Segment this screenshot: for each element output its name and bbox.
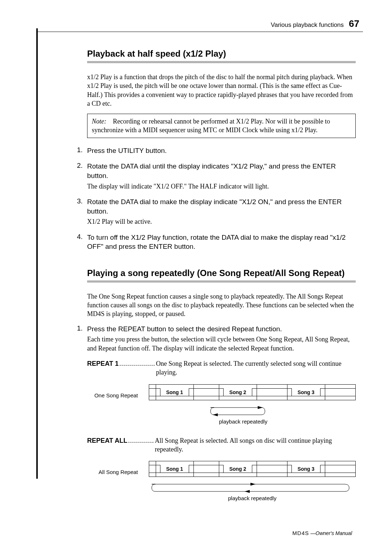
step-sub: Each time you press the button, the sele…	[87, 335, 356, 353]
tick	[257, 385, 257, 400]
step-sub: The display will indicate "X1/2 OFF." Th…	[87, 182, 356, 191]
step-2: Rotate the DATA dial until the display i…	[77, 162, 356, 191]
page-container: Various playback functions 67 Playback a…	[36, 18, 363, 513]
diagram-side-label: One Song Repeat	[87, 384, 149, 398]
step-head: Press the UTILITY button.	[87, 146, 167, 155]
step-1: Press the UTILITY button.	[77, 146, 356, 155]
svg-marker-0	[258, 406, 263, 409]
product-logo: MD4S	[293, 530, 309, 536]
tick	[257, 461, 257, 477]
tick	[325, 385, 325, 400]
song-block: Song 1	[160, 465, 189, 473]
def-desc: All Song Repeat is selected. All songs o…	[155, 436, 356, 454]
song-block: Song 3	[291, 465, 320, 473]
section-title-half-speed: Playback at half speed (x1/2 Play)	[87, 49, 356, 59]
tick	[219, 461, 219, 477]
svg-marker-3	[245, 490, 250, 493]
running-header: Various playback functions 67	[36, 18, 363, 29]
step-3: Rotate the DATA dial to make the display…	[77, 197, 356, 226]
tick	[219, 385, 219, 400]
loop-arrow-icon	[149, 481, 352, 496]
tick	[287, 385, 287, 400]
diagram-side-label: All Song Repeat	[87, 461, 149, 475]
svg-marker-1	[213, 413, 218, 416]
track: Song 1 Song 2 Song 3	[149, 384, 356, 400]
step-4: To turn off the X1/2 Play function, rota…	[77, 233, 356, 251]
def-label: REPEAT 1	[87, 359, 119, 377]
step-head: Rotate the DATA dial to make the display…	[87, 197, 356, 216]
page-footer: MD4S —Owner's Manual	[293, 530, 352, 536]
section1-steps: Press the UTILITY button. Rotate the DAT…	[77, 146, 356, 251]
def-desc: One Song Repeat is selected. The current…	[156, 359, 356, 377]
loop-caption: playback repeatedly	[149, 495, 356, 501]
tick	[156, 385, 156, 400]
def-dots: .............	[127, 436, 155, 454]
diagram-body: Song 1 Song 2 Song 3 playback repeatedly	[149, 384, 356, 425]
running-head-text: Various playback functions	[271, 21, 344, 29]
definition-repeat-1: REPEAT 1 .................. One Song Rep…	[87, 359, 356, 377]
loop-arrow-icon	[149, 405, 341, 419]
page-number: 67	[349, 18, 359, 29]
section2-steps: Press the REPEAT button to select the de…	[77, 324, 356, 353]
definition-repeat-all: REPEAT ALL ............. All Song Repeat…	[87, 436, 356, 454]
tick	[193, 385, 194, 400]
diagram-all-song-repeat: All Song Repeat Song 1 Song 2 Song 3	[87, 461, 356, 501]
svg-marker-2	[250, 483, 256, 486]
loop-caption: playback repeatedly	[131, 418, 356, 425]
track: Song 1 Song 2 Song 3	[149, 461, 356, 477]
header-rule	[36, 32, 363, 32]
tick	[156, 461, 156, 477]
step-head: Rotate the DATA dial until the display i…	[87, 162, 356, 180]
def-dots: ..................	[119, 359, 156, 377]
section1-intro: x1/2 Play is a function that drops the p…	[87, 73, 356, 108]
tick	[193, 461, 194, 477]
tick	[325, 461, 325, 477]
diagram-body: Song 1 Song 2 Song 3 playback repeatedly	[149, 461, 356, 501]
tick	[287, 461, 287, 477]
section2-intro: The One Song Repeat function causes a si…	[87, 292, 356, 319]
note-box: Note: Recording or rehearsal cannot be p…	[87, 114, 356, 138]
note-body: Recording or rehearsal cannot be perform…	[92, 118, 330, 134]
step-head: Press the REPEAT button to select the de…	[87, 324, 356, 334]
song-block: Song 1	[160, 388, 189, 396]
step-head: To turn off the X1/2 Play function, rota…	[87, 233, 356, 251]
footer-manual-label: —Owner's Manual	[310, 530, 352, 536]
diagram-one-song-repeat: One Song Repeat Song 1 Song 2 Song 3	[87, 384, 356, 425]
song-block: Song 3	[291, 388, 320, 396]
step-sub: X1/2 Play will be active.	[87, 217, 356, 226]
section-title-repeat: Playing a song repeatedly (One Song Repe…	[87, 268, 356, 278]
section-rule	[87, 61, 356, 63]
note-label: Note:	[92, 118, 106, 125]
song-block: Song 2	[223, 388, 252, 396]
def-label: REPEAT ALL	[87, 436, 127, 454]
section-rule	[87, 280, 356, 283]
step-1: Press the REPEAT button to select the de…	[77, 324, 356, 353]
song-block: Song 2	[223, 465, 252, 473]
content-body: Playback at half speed (x1/2 Play) x1/2 …	[87, 49, 356, 501]
